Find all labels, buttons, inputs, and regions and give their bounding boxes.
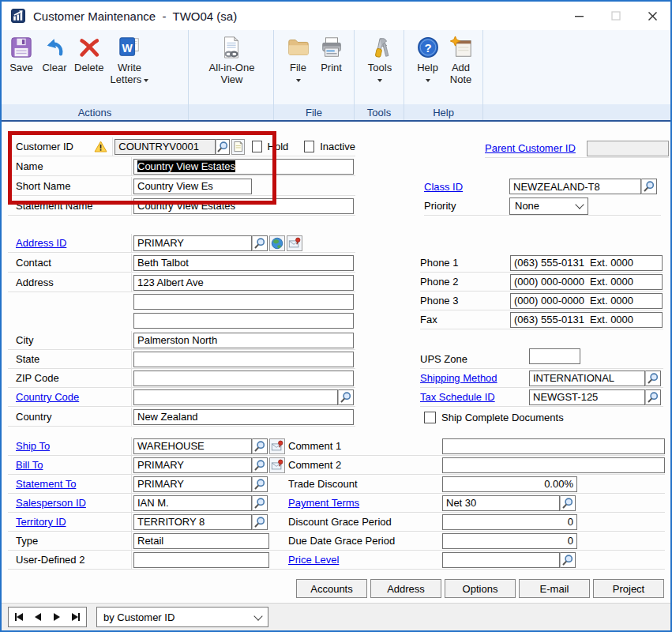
address-line2-field[interactable] — [133, 294, 354, 310]
address-button[interactable]: Address — [370, 579, 441, 598]
trade-discount-field[interactable]: 0.00% — [442, 476, 577, 492]
phone3-field[interactable]: (000) 000-0000 Ext. 0000 — [510, 293, 663, 309]
parent-customer-id-link[interactable]: Parent Customer ID — [485, 142, 576, 154]
tax-schedule-field[interactable]: NEWGST-125 — [529, 389, 645, 405]
payment-terms-link[interactable]: Payment Terms — [288, 497, 441, 509]
contact-row: Contact Beth Talbot — [8, 254, 355, 273]
hold-checkbox[interactable] — [252, 141, 262, 152]
short-name-field[interactable]: Country View Es — [133, 179, 252, 194]
comment1-field[interactable] — [442, 438, 665, 454]
write-letters-button[interactable]: W Write Letters — [107, 33, 152, 85]
user-defined2-field[interactable] — [133, 552, 269, 568]
ups-zone-field[interactable] — [529, 348, 580, 364]
email-button[interactable]: E-mail — [519, 579, 590, 598]
class-id-field[interactable]: NEWZEALAND-T8 — [509, 179, 641, 194]
territory-field[interactable]: TERRITORY 8 — [133, 514, 252, 530]
discount-grace-field[interactable]: 0 — [442, 514, 577, 530]
country-field[interactable]: New Zealand — [133, 409, 354, 425]
shipping-method-link[interactable]: Shipping Method — [420, 372, 527, 384]
tools-button[interactable]: Tools — [363, 33, 396, 85]
shipping-method-lookup-button[interactable] — [645, 371, 661, 386]
ship-to-letter-button[interactable] — [269, 438, 285, 454]
next-record-button[interactable] — [53, 613, 61, 621]
tax-schedule-link[interactable]: Tax Schedule ID — [420, 391, 527, 403]
address-id-link[interactable]: Address ID — [16, 237, 66, 249]
country-code-field[interactable] — [133, 389, 338, 405]
help-button[interactable]: ? Help — [411, 33, 445, 85]
phone2-field[interactable]: (000) 000-0000 Ext. 0000 — [510, 274, 663, 290]
bill-to-field[interactable]: PRIMARY — [133, 457, 252, 473]
map-button[interactable] — [269, 235, 285, 251]
all-in-one-view-button[interactable]: All-in-One View — [206, 33, 258, 85]
customer-id-lookup-button[interactable] — [216, 139, 230, 155]
previous-record-button[interactable] — [34, 613, 42, 621]
all-in-one-view-icon — [218, 33, 245, 62]
salesperson-field[interactable]: IAN M. — [133, 495, 252, 511]
address-line1-field[interactable]: 123 Albert Ave — [133, 275, 354, 291]
price-level-lookup-button[interactable] — [560, 552, 576, 568]
contact-field[interactable]: Beth Talbot — [133, 255, 354, 271]
first-record-button[interactable] — [14, 613, 24, 621]
name-field[interactable]: Country View Estates — [133, 159, 354, 175]
customer-note-button[interactable] — [231, 139, 245, 155]
priority-combobox[interactable]: None — [509, 198, 588, 215]
maximize-button[interactable] — [598, 2, 634, 30]
close-button[interactable] — [634, 2, 670, 30]
statement-to-link[interactable]: Statement To — [16, 478, 76, 490]
ship-complete-checkbox[interactable] — [424, 412, 436, 423]
bill-to-link[interactable]: Bill To — [16, 459, 43, 471]
ship-to-field[interactable]: WAREHOUSE — [133, 438, 252, 454]
delete-button[interactable]: Delete — [71, 33, 107, 73]
salesperson-lookup-button[interactable] — [252, 495, 268, 511]
class-id-lookup-button[interactable] — [641, 179, 657, 194]
payment-terms-field[interactable]: Net 30 — [442, 495, 560, 511]
phone1-field[interactable]: (063) 555-0131 Ext. 0000 — [510, 255, 663, 271]
territory-lookup-button[interactable] — [252, 514, 268, 530]
parent-customer-id-field[interactable] — [587, 141, 669, 156]
address-line3-field[interactable] — [133, 313, 354, 329]
customer-id-field[interactable]: COUNTRYV0001 — [115, 139, 215, 155]
city-field[interactable]: Palmerston North — [133, 333, 354, 348]
print-icon — [318, 33, 345, 62]
statement-name-field[interactable]: Country View Estates — [133, 198, 354, 214]
territory-link[interactable]: Territory ID — [16, 516, 66, 528]
write-letter-button[interactable] — [287, 235, 302, 251]
payment-terms-lookup-button[interactable] — [560, 495, 576, 511]
last-record-button[interactable] — [71, 613, 81, 621]
ship-to-link[interactable]: Ship To — [16, 440, 50, 452]
ribbon-group-label-help: Help — [404, 104, 482, 120]
shipping-method-field[interactable]: INTERNATIONAL — [529, 371, 645, 386]
comment2-field[interactable] — [442, 457, 665, 473]
address-id-field[interactable]: PRIMARY — [133, 235, 252, 251]
ship-to-lookup-button[interactable] — [252, 438, 268, 454]
clear-button[interactable]: Clear — [38, 33, 71, 73]
sort-by-combobox[interactable]: by Customer ID — [96, 607, 268, 627]
fax-field[interactable]: (063) 555-0131 Ext. 0000 — [510, 312, 663, 328]
class-id-link[interactable]: Class ID — [424, 181, 508, 193]
type-field[interactable]: Retail — [133, 533, 269, 549]
due-date-grace-field[interactable]: 0 — [442, 533, 577, 549]
project-button[interactable]: Project — [593, 579, 664, 598]
statement-to-lookup-button[interactable] — [252, 476, 268, 492]
options-button[interactable]: Options — [445, 579, 516, 598]
zip-code-field[interactable] — [133, 371, 354, 386]
price-level-field[interactable] — [442, 552, 560, 568]
tax-schedule-lookup-button[interactable] — [645, 389, 661, 405]
inactive-checkbox[interactable] — [304, 141, 314, 152]
accounts-button[interactable]: Accounts — [296, 579, 367, 598]
file-button[interactable]: File — [282, 33, 315, 85]
country-code-link[interactable]: Country Code — [16, 391, 79, 403]
statement-to-field[interactable]: PRIMARY — [133, 476, 252, 492]
print-button[interactable]: Print — [315, 33, 348, 73]
bill-to-letter-button[interactable] — [269, 457, 285, 473]
chevron-down-icon — [575, 200, 584, 209]
price-level-link[interactable]: Price Level — [288, 554, 441, 566]
save-button[interactable]: Save — [5, 33, 38, 73]
salesperson-link[interactable]: Salesperson ID — [16, 497, 86, 509]
state-field[interactable] — [133, 352, 354, 367]
address-id-lookup-button[interactable] — [252, 235, 268, 251]
bill-to-lookup-button[interactable] — [252, 457, 268, 473]
add-note-button[interactable]: Add Note — [445, 33, 478, 85]
country-code-lookup-button[interactable] — [338, 389, 354, 405]
minimize-button[interactable] — [561, 2, 598, 30]
